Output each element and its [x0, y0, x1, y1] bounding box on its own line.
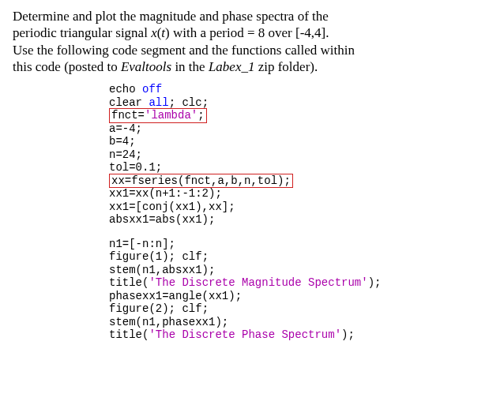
- code-line-phasexx1: phasexx1=angle(xx1);: [109, 290, 491, 303]
- code-line-fseries: xx=fseries(fnct,a,b,n,tol);: [109, 174, 491, 188]
- code-line-n: n=24;: [109, 148, 491, 162]
- prose-line-4-c: in the: [171, 59, 209, 74]
- prose-line-1: Determine and plot the magnitude and pha…: [13, 8, 491, 24]
- string-title-phase: 'The Discrete Phase Spectrum': [149, 328, 341, 341]
- code-line-a: a=-4;: [109, 122, 491, 136]
- all-keyword: all: [149, 96, 168, 109]
- highlight-fseries-call: xx=fseries(fnct,a,b,n,tol);: [109, 174, 293, 189]
- page: Determine and plot the magnitude and pha…: [0, 0, 504, 342]
- prose-line-2: periodic triangular signal x(t) with a p…: [13, 24, 491, 41]
- code-line-absxx1: absxx1=abs(xx1);: [109, 213, 491, 227]
- code-line-figure1: figure(1); clf;: [109, 250, 491, 264]
- signal-x: x: [151, 25, 157, 40]
- prose-line-4-a: this code (posted to: [13, 59, 121, 74]
- code-line-xx1-slice: xx1=xx(n+1:-1:2);: [109, 187, 491, 201]
- matlab-code-block: echo off clear all; clc; fnct='lambda'; …: [109, 83, 491, 342]
- code-line-stem1: stem(n1,absxx1);: [109, 264, 491, 277]
- code-line-echo: echo off: [109, 83, 491, 96]
- off-keyword: off: [142, 83, 162, 96]
- code-line-figure2: figure(2); clf;: [109, 302, 491, 316]
- code-line-title1: title('The Discrete Magnitude Spectrum')…: [109, 276, 491, 290]
- code-line-tol: tol=0.1;: [109, 161, 491, 174]
- problem-statement: Determine and plot the magnitude and pha…: [13, 8, 491, 75]
- evaltools: Evaltools: [121, 59, 171, 74]
- code-line-stem2: stem(n1,phasexx1);: [109, 316, 491, 329]
- clear-cmd: clear: [109, 96, 142, 109]
- prose-line-4-e: zip folder).: [254, 59, 318, 74]
- code-line-title2: title('The Discrete Phase Spectrum');: [109, 328, 491, 342]
- prose-line-2-e: ) with a period = 8 over [-4,4].: [165, 25, 329, 40]
- code-line-clear: clear all; clc;: [109, 96, 491, 110]
- labex-1: Labex_1: [209, 59, 255, 74]
- echo-cmd: echo: [109, 83, 136, 96]
- code-line-xx1-conj: xx1=[conj(xx1),xx];: [109, 201, 491, 214]
- highlight-fnct-assignment: fnct='lambda';: [109, 108, 207, 123]
- code-line-fnct: fnct='lambda';: [109, 109, 491, 122]
- code-line-n1: n1=[-n:n];: [109, 238, 491, 251]
- clc-cmd: clc: [182, 96, 201, 109]
- prose-line-4: this code (posted to Evaltools in the La…: [13, 58, 491, 75]
- string-title-magnitude: 'The Discrete Magnitude Spectrum': [149, 276, 367, 289]
- string-lambda: 'lambda': [145, 109, 197, 122]
- prose-line-2-a: periodic triangular signal: [13, 25, 151, 40]
- code-line-b: b=4;: [109, 135, 491, 148]
- prose-line-3: Use the following code segment and the f…: [13, 42, 491, 58]
- clf-cmd-1: clf: [182, 250, 201, 263]
- clf-cmd-2: clf: [182, 302, 201, 315]
